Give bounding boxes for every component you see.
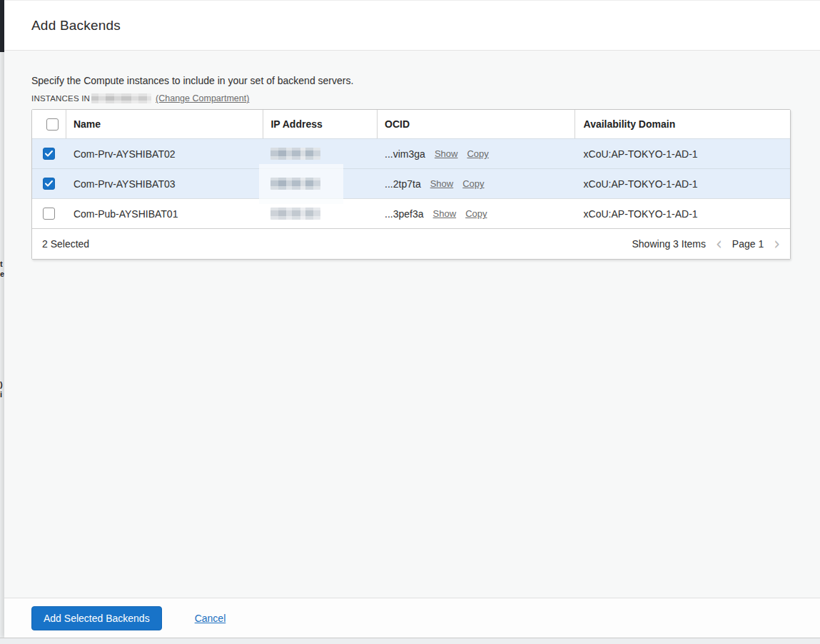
instances-table: Name IP Address OCID Availability Domain… <box>31 109 791 260</box>
column-header-ocid[interactable]: OCID <box>378 110 574 138</box>
availability-domain: xCoU:AP-TOKYO-1-AD-1 <box>575 139 790 168</box>
page-title: Add Backends <box>31 18 121 34</box>
availability-domain: xCoU:AP-TOKYO-1-AD-1 <box>575 169 790 198</box>
background-page-bottom-strip <box>0 638 820 644</box>
compartment-scope-line: INSTANCES in (Change Compartment) <box>31 93 793 103</box>
table-row[interactable]: Com-Prv-AYSHIBAT02 ...vim3ga Show Copy x… <box>32 138 790 168</box>
availability-domain: xCoU:AP-TOKYO-1-AD-1 <box>575 199 790 228</box>
row-checkbox[interactable] <box>43 148 55 160</box>
instance-name: Com-Prv-AYSHIBAT02 <box>66 139 263 168</box>
column-header-name[interactable]: Name <box>66 110 263 138</box>
row-checkbox[interactable] <box>43 208 55 220</box>
action-bar: Add Selected Backends Cancel <box>4 598 820 638</box>
copy-ocid-link[interactable]: Copy <box>465 208 487 219</box>
checkmark-icon <box>45 150 53 157</box>
select-all-checkbox[interactable] <box>46 118 59 131</box>
table-row[interactable]: Com-Prv-AYSHIBAT03 ...2tp7ta Show Copy x… <box>32 168 790 198</box>
table-header-row: Name IP Address OCID Availability Domain <box>32 110 790 138</box>
redacted-compartment-name <box>91 93 151 103</box>
show-ocid-link[interactable]: Show <box>430 178 454 189</box>
add-backends-panel: Add Backends Specify the Compute instanc… <box>4 0 820 638</box>
copy-ocid-link[interactable]: Copy <box>462 178 484 189</box>
column-header-availability-domain[interactable]: Availability Domain <box>575 110 790 138</box>
pagination-prev-icon[interactable]: ‹ <box>716 235 722 252</box>
showing-items-label: Showing 3 Items <box>632 238 707 250</box>
redacted-ip-address <box>270 148 320 160</box>
selected-count: 2 Selected <box>42 238 632 250</box>
table-footer: 2 Selected Showing 3 Items ‹ Page 1 › <box>32 228 790 259</box>
instances-in-label: INSTANCES in <box>31 94 90 103</box>
ocid-value: ...3pef3a <box>385 208 424 220</box>
column-header-ip[interactable]: IP Address <box>263 110 378 138</box>
checkmark-icon <box>45 180 53 187</box>
instance-name: Com-Prv-AYSHIBAT03 <box>66 169 263 198</box>
redacted-ip-address <box>270 178 320 190</box>
add-selected-backends-button[interactable]: Add Selected Backends <box>31 606 162 630</box>
copy-ocid-link[interactable]: Copy <box>467 148 488 159</box>
show-ocid-link[interactable]: Show <box>435 148 458 159</box>
instance-name: Com-Pub-AYSHIBAT01 <box>66 199 263 228</box>
change-compartment-link[interactable]: (Change Compartment) <box>156 93 249 103</box>
cancel-link[interactable]: Cancel <box>195 613 226 624</box>
pagination-next-icon[interactable]: › <box>774 235 780 252</box>
page-indicator: Page 1 <box>732 238 764 250</box>
panel-header: Add Backends <box>4 1 820 51</box>
table-row[interactable]: Com-Pub-AYSHIBAT01 ...3pef3a Show Copy x… <box>32 198 790 228</box>
description-text: Specify the Compute instances to include… <box>31 75 793 86</box>
row-checkbox[interactable] <box>43 178 55 190</box>
show-ocid-link[interactable]: Show <box>433 208 457 219</box>
ocid-value: ...2tp7ta <box>385 178 421 190</box>
redacted-ip-address <box>270 208 320 220</box>
ocid-value: ...vim3ga <box>385 148 425 160</box>
